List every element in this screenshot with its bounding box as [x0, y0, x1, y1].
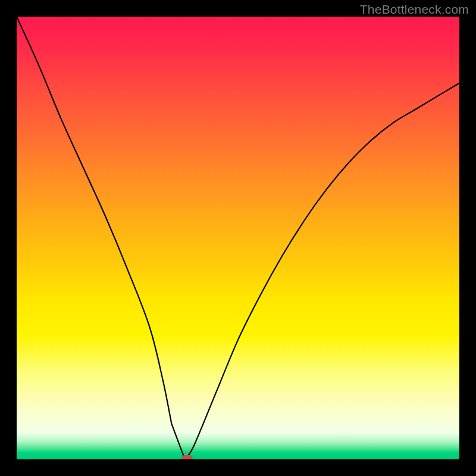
- bottleneck-curve: [17, 17, 459, 459]
- watermark-text: TheBottleneck.com: [360, 2, 469, 17]
- chart-frame: TheBottleneck.com: [0, 0, 476, 476]
- optimal-marker: [181, 455, 192, 459]
- curve-layer: [17, 17, 459, 459]
- plot-area: [17, 17, 459, 459]
